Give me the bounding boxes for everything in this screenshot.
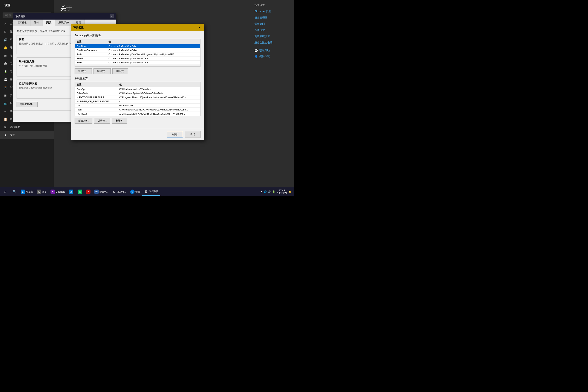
sys-var-row[interactable]: PathC:\Windows\system32;C:\Windows;C:\Wi… <box>75 108 200 112</box>
sys-vars-table: 变量 值 ComSpecC:\Windows\system32\cmd.exeD… <box>75 82 200 116</box>
env-ok-btn[interactable]: 确定 <box>167 131 183 138</box>
about-icon: ℹ <box>4 134 7 137</box>
sys-var-val: Windows_NT <box>118 104 200 108</box>
edge-icon: E <box>21 190 25 194</box>
edge-label: 写文章 <box>26 190 33 194</box>
sys-var-val: AMD64 <box>118 116 200 116</box>
sys-var-row[interactable]: OSWindows_NT <box>75 104 200 108</box>
tab-advanced[interactable]: 高级 <box>43 20 55 26</box>
sidebar-label-about: 关于 <box>10 133 15 137</box>
taskbar-app-music[interactable]: ♪ <box>84 188 92 196</box>
tray-battery2[interactable]: 🔋 <box>272 190 275 193</box>
text-icon: 文 <box>37 190 41 194</box>
help-icon: 💬 <box>254 49 258 52</box>
word-icon: W <box>94 190 99 194</box>
search-button[interactable]: 🔍 <box>10 188 18 196</box>
related-link-advsys[interactable]: 高级系统设置 <box>254 34 290 38</box>
start-button[interactable]: ⊞ <box>1 188 10 196</box>
sys-prop-close-btn[interactable]: × <box>110 14 114 18</box>
env-close-btn[interactable]: × <box>197 25 202 30</box>
sys-edit-btn[interactable]: 编辑(I)... <box>94 118 110 124</box>
related-link-bitlocker[interactable]: BitLocker 设置 <box>254 10 290 13</box>
sys-new-btn[interactable]: 新建(W)... <box>74 118 92 124</box>
user-var-row[interactable]: TEMPC:\Users\Surface\AppData\Local\Temp <box>75 56 200 60</box>
sound-icon: 🔊 <box>4 38 7 42</box>
user-new-btn[interactable]: 新建(N)... <box>74 68 92 74</box>
env-vars-btn[interactable]: 环境变量(N)... <box>16 102 38 107</box>
sys-prop-title: 系统属性 <box>15 14 26 18</box>
vscode-icon: VS <box>69 190 73 194</box>
taskbar-app-word[interactable]: W 配置Vi... <box>93 188 110 196</box>
storage-icon: 💾 <box>4 78 7 81</box>
sys-var-name: NIEXTCCOMPILERSUPP <box>75 96 118 100</box>
tablet-icon: 📱 <box>4 86 7 89</box>
user-delete-btn[interactable]: 删除(D) <box>112 68 128 74</box>
sys-var-row[interactable]: NIEXTCCOMPILERSUPPC:\Program Files (x86)… <box>75 96 200 100</box>
tray-volume[interactable]: 🔊 <box>268 190 271 193</box>
sysprop-label: 系统属性 <box>149 190 158 193</box>
focus-icon: ◎ <box>4 54 7 58</box>
tab-sys-protect[interactable]: 系统保护 <box>55 20 72 26</box>
sys-var-name: DriverData <box>75 91 118 96</box>
help-link[interactable]: 获取帮助 <box>260 49 270 52</box>
sys-var-row[interactable]: DriverDataC:\Windows\System32\Drivers\Dr… <box>75 91 200 96</box>
feedback-link[interactable]: 提供反馈 <box>260 54 270 58</box>
home-icon: ⌂ <box>4 22 7 26</box>
sys-prop-titlebar: 系统属性 × <box>13 13 116 20</box>
tray-arrows[interactable]: ∧ <box>261 190 262 193</box>
sidebar-title: 设置 <box>0 0 54 11</box>
user-var-val: C:\Users\Surface\OneDrive <box>107 48 200 52</box>
related-settings-panel: 相关设置 BitLocker 设置 设备管理器 远程桌面 系统保护 高级系统设置… <box>251 0 294 188</box>
word-label: 配置Vi... <box>100 190 108 194</box>
related-link-sysprotect[interactable]: 系统保护 <box>254 28 290 32</box>
taskbar-app-vscode[interactable]: VS <box>67 188 76 196</box>
sys-var-row[interactable]: ComSpecC:\Windows\system32\cmd.exe <box>75 87 200 91</box>
env-cancel-btn[interactable]: 取消 <box>184 131 200 138</box>
tab-hardware[interactable]: 硬件 <box>30 20 43 26</box>
sys-var-name: ComSpec <box>75 87 118 91</box>
clock-date: 2021/4/21 <box>276 192 287 194</box>
notify-icon: 🔔 <box>4 46 7 50</box>
taskbar-app-wechat[interactable]: W <box>76 188 84 196</box>
user-var-row[interactable]: OneDriveConsumerC:\Users\Surface\OneDriv… <box>75 48 200 52</box>
sysconf-icon: ⚙ <box>112 190 116 194</box>
sys-var-val: 4 <box>118 100 200 104</box>
tray-network[interactable]: 🌐 <box>264 190 267 193</box>
taskbar-app-sysconf[interactable]: ⚙ 系统和... <box>110 188 128 196</box>
user-var-name: TMP <box>75 60 107 65</box>
related-link-devmgr[interactable]: 设备管理器 <box>254 16 290 20</box>
sys-var-row[interactable]: NUMBER_OF_PROCESSORS4 <box>75 100 200 104</box>
text-label: 文字 <box>42 190 47 194</box>
tab-computer-name[interactable]: 计算机名 <box>13 20 30 26</box>
sys-vars-container[interactable]: 变量 值 ComSpecC:\Windows\system32\cmd.exeD… <box>74 82 200 116</box>
user-vars-container[interactable]: 变量 值 OneDriveC:\Users\Surface\OneDriveOn… <box>74 39 200 66</box>
taskbar-app-settings[interactable]: ⚙ 设置 <box>128 188 142 196</box>
sys-var-val: .COM;.EXE;.BAT;.CMD;.VBS;.VBE;.JS;.JSE;.… <box>118 112 200 116</box>
taskbar-app-onenote[interactable]: N OneNote <box>49 188 67 196</box>
related-link-remote[interactable]: 远程桌面 <box>254 22 290 26</box>
music-icon: ♪ <box>86 190 90 194</box>
user-var-val: C:\Users\Surface\AppData\Local\Programs\… <box>107 52 200 56</box>
user-var-row[interactable]: PathC:\Users\Surface\AppData\Local\Progr… <box>75 52 200 56</box>
sidebar-item-remote[interactable]: 🖥 远程桌面 <box>0 123 54 131</box>
tray-notification[interactable]: 🔔 <box>288 190 292 193</box>
sys-delete-btn[interactable]: 删除(L) <box>112 118 127 124</box>
dialog-controls: × <box>110 14 114 18</box>
taskbar-app-sysprop[interactable]: 🖥 系统属性 <box>142 188 160 196</box>
sys-var-name: PROCESSOR_ARCHITECTU... <box>75 116 118 116</box>
taskbar-tray: ∧ 🌐 🔊 🔋 17:44 2021/4/21 🔔 <box>259 189 293 194</box>
taskbar-app-edge[interactable]: E 写文章 <box>19 188 34 196</box>
env-titlebar: 环境变量 × <box>71 24 204 31</box>
related-link-rename[interactable]: 重命名这台电脑 <box>254 41 290 44</box>
sidebar-item-about[interactable]: ℹ 关于 <box>0 131 54 139</box>
sys-col-val-header: 值 <box>118 82 200 87</box>
sys-var-row[interactable]: PROCESSOR_ARCHITECTU...AMD64 <box>75 116 200 116</box>
col-val-header: 值 <box>107 39 200 44</box>
clock[interactable]: 17:44 2021/4/21 <box>276 189 287 194</box>
taskbar-app-text[interactable]: 文 文字 <box>35 188 48 196</box>
user-edit-btn[interactable]: 编辑(E)... <box>94 68 111 74</box>
user-var-row[interactable]: OneDriveC:\Users\Surface\OneDrive <box>75 44 200 48</box>
user-var-row[interactable]: TMPC:\Users\Surface\AppData\Local\Temp <box>75 60 200 65</box>
sys-var-row[interactable]: PATHEXT.COM;.EXE;.BAT;.CMD;.VBS;.VBE;.JS… <box>75 112 200 116</box>
remote-icon: 🖥 <box>4 126 7 129</box>
